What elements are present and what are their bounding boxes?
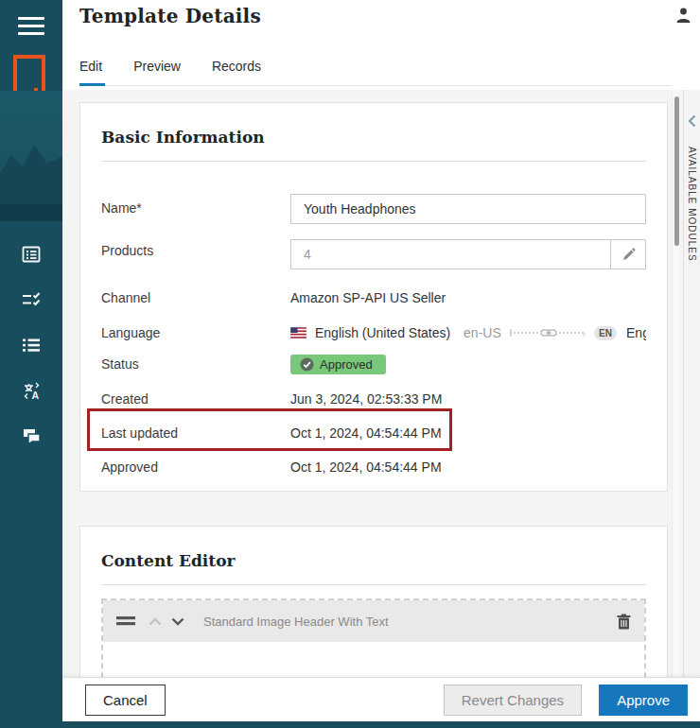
- approved-label: Approved: [101, 459, 290, 475]
- bullet-list-icon: [21, 335, 42, 355]
- status-badge: Approved: [290, 355, 386, 374]
- vertical-scrollbar[interactable]: [672, 90, 680, 677]
- language-primary-code: en-US: [464, 325, 501, 340]
- sidebar-background-image: [0, 91, 62, 221]
- sidebar-item-list[interactable]: [0, 322, 62, 368]
- language-label: Language: [101, 325, 290, 340]
- sidebar-item-translate[interactable]: A: [0, 368, 62, 413]
- content-module: Standard Image Header With Text: [101, 598, 646, 677]
- chevron-down-icon[interactable]: [171, 617, 184, 626]
- check-circle-icon: [300, 357, 314, 372]
- user-icon[interactable]: [674, 7, 692, 28]
- divider: [101, 161, 646, 162]
- last-updated-value: Oct 1, 2024, 04:54:44 PM: [290, 425, 646, 441]
- status-value: Approved: [320, 357, 373, 372]
- link-chain-icon: [540, 327, 557, 338]
- name-label: Name*: [101, 200, 290, 216]
- language-badge: EN: [594, 326, 617, 340]
- form-icon: [21, 244, 42, 265]
- collapse-chevron-icon[interactable]: [688, 114, 696, 131]
- edit-products-button[interactable]: [610, 239, 646, 269]
- tab-edit[interactable]: Edit: [79, 55, 102, 85]
- basic-information-card: Basic Information Name* Products: [79, 102, 668, 492]
- trash-icon[interactable]: [617, 614, 631, 630]
- module-label: Standard Image Header With Text: [203, 615, 617, 629]
- chat-icon: [21, 425, 43, 447]
- channel-label: Channel: [101, 290, 290, 305]
- page-header: Template Details Edit Preview Records: [62, 0, 700, 90]
- created-value: Jun 3, 2024, 02:53:33 PM: [290, 391, 646, 407]
- channel-value: Amazon SP-API US Seller: [290, 290, 646, 305]
- module-header: Standard Image Header With Text: [103, 600, 644, 642]
- us-flag-icon: [290, 327, 306, 338]
- available-modules-rail[interactable]: AVAILABLE MODULES: [683, 90, 700, 677]
- bottom-edge-strip: [0, 721, 700, 728]
- svg-text:A: A: [31, 390, 39, 401]
- action-footer: Cancel Revert Changes Approve: [62, 677, 700, 721]
- tab-records[interactable]: Records: [212, 55, 261, 85]
- tasks-check-icon: [21, 289, 42, 310]
- products-input[interactable]: [290, 239, 610, 269]
- products-label: Products: [101, 243, 290, 258]
- pencil-edit-icon: [621, 248, 636, 262]
- language-primary: English (United States): [315, 325, 450, 340]
- page-title: Template Details: [79, 5, 261, 27]
- approve-button[interactable]: Approve: [599, 685, 688, 716]
- scrollbar-thumb[interactable]: [674, 96, 679, 246]
- channel-row: Channel Amazon SP-API US Seller: [101, 288, 646, 307]
- tab-preview[interactable]: Preview: [133, 55, 181, 85]
- sidebar-item-comments[interactable]: [0, 413, 62, 459]
- approved-value: Oct 1, 2024, 04:54:44 PM: [290, 459, 646, 475]
- divider: [101, 584, 646, 585]
- created-row: Created Jun 3, 2024, 02:53:33 PM: [101, 390, 646, 407]
- sidebar: A: [0, 0, 62, 728]
- last-updated-label: Last updated: [101, 425, 290, 441]
- module-body[interactable]: [103, 642, 644, 677]
- name-input[interactable]: [290, 194, 646, 224]
- language-secondary: English: [626, 325, 646, 340]
- revert-changes-button[interactable]: Revert Changes: [444, 685, 582, 716]
- tab-bar: Edit Preview Records: [79, 55, 672, 86]
- basic-information-heading: Basic Information: [80, 103, 667, 147]
- menu-icon[interactable]: [18, 17, 44, 40]
- name-row: Name*: [101, 194, 646, 224]
- status-row: Status Approved: [101, 353, 646, 375]
- drag-handle-icon[interactable]: [116, 615, 135, 627]
- language-row: Language English (United States) en-US: [101, 322, 646, 343]
- content-editor-heading: Content Editor: [80, 527, 667, 570]
- last-updated-row: Last updated Oct 1, 2024, 04:54:44 PM: [101, 425, 646, 442]
- content-area: Basic Information Name* Products: [62, 90, 700, 677]
- chevron-up-icon[interactable]: [149, 617, 162, 626]
- language-link-connector: ›: [510, 326, 586, 340]
- cancel-button[interactable]: Cancel: [85, 685, 166, 716]
- app-window: A Template Details Edit Preview Records: [0, 0, 700, 728]
- translate-icon: A: [21, 380, 43, 402]
- created-label: Created: [101, 391, 290, 407]
- status-label: Status: [101, 356, 290, 372]
- products-row: Products: [101, 239, 646, 269]
- approved-row: Approved Oct 1, 2024, 04:54:44 PM: [101, 459, 646, 476]
- sidebar-item-form[interactable]: [0, 232, 62, 277]
- available-modules-label: AVAILABLE MODULES: [687, 147, 697, 262]
- sidebar-item-tasks[interactable]: [0, 277, 62, 322]
- content-editor-card: Content Editor Standard Image Header Wit…: [79, 526, 668, 677]
